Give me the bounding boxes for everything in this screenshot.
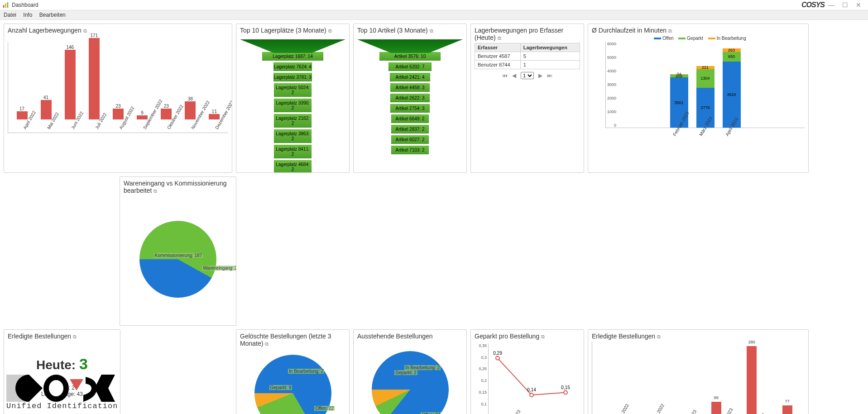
card-title: Top 10 Artikel (3 Monate): [357, 27, 428, 34]
card-durchlaufzeit: Ø Durchlaufzeit in Minuten⧉ Offen Gepark…: [588, 24, 809, 173]
menu-bar: Datei Info Bearbeiten: [0, 10, 868, 20]
card-title: Lagerbewegungen pro Erfasser (Heute): [475, 27, 563, 41]
table-row[interactable]: Benutzer 45875: [475, 52, 580, 61]
card-geparkt: Geparkt pro Bestellung⧉ 0,350,30,250,20,…: [470, 329, 584, 414]
card-title: Wareneingang vs Kommissionierung bearbei…: [124, 180, 226, 194]
external-link-icon[interactable]: ⧉: [498, 35, 501, 41]
funnel-chart: Artikel 3576: 10Artikel 5202: 7Artikel 2…: [357, 36, 463, 155]
card-title: Anzahl Lagerbewegungen: [8, 27, 82, 34]
maximize-button[interactable]: ☐: [838, 1, 852, 9]
external-link-icon[interactable]: ⧉: [73, 334, 77, 339]
brand-logo: Unified Identification: [6, 375, 118, 410]
card-wareneingang: Wareneingang vs Kommissionierung bearbei…: [120, 176, 236, 326]
card-title: Erledigte Bestellungen: [8, 333, 71, 340]
svg-point-7: [564, 391, 567, 395]
external-link-icon[interactable]: ⧉: [541, 334, 545, 339]
header-logo: COSYS: [801, 1, 825, 9]
card-title: Geparkt pro Bestellung: [475, 333, 539, 340]
pie-chart: Offen: 22Geparkt: 9In Bearbeitung: 2: [254, 355, 331, 414]
menu-datei[interactable]: Datei: [4, 12, 16, 18]
card-top-artikel: Top 10 Artikel (3 Monate)⧉ Artikel 3576:…: [353, 24, 467, 173]
erfasser-table: ErfasserLagerbewegungen Benutzer 45875 B…: [475, 43, 580, 69]
bar-chart: 0008928077: [592, 342, 805, 414]
app-icon: [3, 2, 9, 8]
line-chart: 0,350,30,250,20,150,10,050 0,290,140,15: [488, 343, 578, 414]
external-link-icon[interactable]: ⧉: [668, 28, 672, 33]
pager-next-icon[interactable]: ▶: [538, 72, 542, 79]
external-link-icon[interactable]: ⧉: [328, 28, 332, 33]
card-title: Ausstehende Bestellungen: [357, 333, 433, 340]
funnel-chart: Lagerplatz 1687: 14Lagerplatz 7624: 4Lag…: [240, 36, 345, 173]
svg-rect-2: [7, 2, 9, 8]
svg-text:0,15: 0,15: [561, 385, 570, 390]
bar-chart: 17April 202241Mai 2022146Juni 2022171Jul…: [8, 42, 228, 133]
today-count: 3: [79, 355, 88, 372]
pager-first-icon[interactable]: ⏮: [502, 72, 508, 79]
external-link-icon[interactable]: ⧉: [430, 28, 433, 33]
menu-info[interactable]: Info: [23, 12, 32, 18]
card-geloeschte: Gelöschte Bestellungen (letzte 3 Monate)…: [236, 329, 350, 414]
svg-point-11: [49, 380, 63, 396]
card-pro-erfasser: Lagerbewegungen pro Erfasser (Heute)⧉ Er…: [470, 24, 584, 173]
external-link-icon[interactable]: ⧉: [657, 334, 661, 339]
svg-text:0,14: 0,14: [527, 387, 536, 392]
svg-text:0,29: 0,29: [493, 351, 502, 356]
card-lagerbewegungen: Anzahl Lagerbewegungen⧉ 17April 202241Ma…: [4, 24, 232, 173]
card-title: Ø Durchlaufzeit in Minuten: [592, 27, 667, 34]
pager: ⏮ ◀ 1 ▶ ⏭: [475, 72, 580, 79]
menu-bearbeiten[interactable]: Bearbeiten: [39, 12, 66, 18]
svg-rect-0: [3, 5, 5, 8]
card-erledigte-chart: Erledigte Bestellungen⧉ 0008928077 Novem…: [588, 329, 809, 414]
stacked-bar-chart: 350120534277813042214624650263: [605, 42, 805, 128]
external-link-icon[interactable]: ⧉: [265, 341, 269, 347]
close-button[interactable]: ✕: [852, 1, 865, 9]
svg-point-3: [496, 357, 499, 360]
card-title: Erledigte Bestellungen: [592, 333, 655, 340]
pager-last-icon[interactable]: ⏭: [547, 72, 552, 79]
card-ausstehende: Ausstehende Bestellungen Offen: 24Gepark…: [353, 329, 467, 414]
pager-page-select[interactable]: 1: [521, 72, 534, 79]
col-erfasser[interactable]: Erfasser: [475, 43, 521, 52]
window-title: Dashboard: [12, 2, 38, 8]
minimize-button[interactable]: —: [825, 1, 838, 9]
legend: Offen Geparkt In Bearbeitung: [592, 36, 805, 41]
svg-rect-1: [5, 4, 6, 8]
pie-chart: Offen: 24Geparkt: 2In Bearbeitung: 2: [372, 351, 449, 414]
card-title: Top 10 Lagerplätze (3 Monate): [240, 27, 326, 34]
col-lagerbewegungen[interactable]: Lagerbewegungen: [520, 43, 580, 52]
external-link-icon[interactable]: ⧉: [83, 28, 87, 33]
card-title: Gelöschte Bestellungen (letzte 3 Monate): [240, 333, 331, 347]
external-link-icon[interactable]: ⧉: [153, 188, 157, 194]
pager-prev-icon[interactable]: ◀: [512, 72, 516, 79]
svg-point-5: [530, 393, 533, 397]
table-row[interactable]: Benutzer 87441: [475, 61, 580, 69]
card-top-lagerplaetze: Top 10 Lagerplätze (3 Monate)⧉ Lagerplat…: [236, 24, 350, 173]
pie-chart: Wareneingang: 259Kommissionierung: 187: [139, 221, 216, 298]
title-bar: Dashboard COSYS — ☐ ✕: [0, 0, 868, 10]
